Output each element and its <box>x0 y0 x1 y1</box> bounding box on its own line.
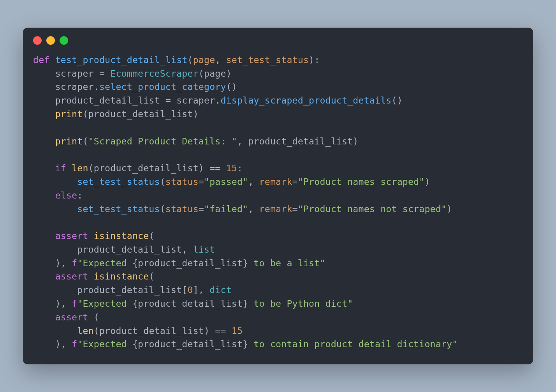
close-icon[interactable] <box>33 36 42 45</box>
string-remark-fail: "Product names not scraped" <box>298 204 447 214</box>
fstring-list: to be a list" <box>248 258 325 268</box>
maximize-icon[interactable] <box>60 36 68 45</box>
var-product-list: product_detail_list <box>55 95 160 105</box>
keyword-else: else <box>55 190 77 200</box>
param-set-test-status: set_test_status <box>226 54 309 65</box>
fstring-contain: to contain product detail dictionary" <box>248 339 457 349</box>
minimize-icon[interactable] <box>46 36 55 45</box>
string-remark-pass: "Product names scraped" <box>298 176 425 187</box>
number-0: 0 <box>188 285 193 295</box>
string-scraped-details: "Scraped Product Details: " <box>88 136 237 146</box>
number-15: 15 <box>226 163 237 173</box>
builtin-print: print <box>55 109 83 119</box>
string-failed: "failed" <box>204 204 248 214</box>
string-passed: "passed" <box>204 176 248 187</box>
code-block: def test_product_detail_list(page, set_t… <box>23 49 533 365</box>
function-name: test_product_detail_list <box>55 54 188 65</box>
keyword-assert: assert <box>55 230 88 241</box>
fstring-dict: to be Python dict" <box>248 298 353 309</box>
code-window: def test_product_detail_list(page, set_t… <box>23 28 533 365</box>
builtin-isinstance: isinstance <box>94 230 149 241</box>
builtin-len: len <box>72 163 88 173</box>
method-select-category: select_product_category <box>99 81 226 92</box>
type-dict: dict <box>209 285 232 295</box>
method-display-details: display_scraped_product_details <box>221 95 392 105</box>
window-titlebar <box>23 28 533 49</box>
keyword-if: if <box>55 163 66 173</box>
param-page: page <box>193 54 215 65</box>
var-scraper: scraper <box>55 68 94 79</box>
keyword-def: def <box>33 54 49 65</box>
class-ecommerce-scraper: EcommerceScraper <box>110 68 199 79</box>
type-list: list <box>193 244 215 255</box>
